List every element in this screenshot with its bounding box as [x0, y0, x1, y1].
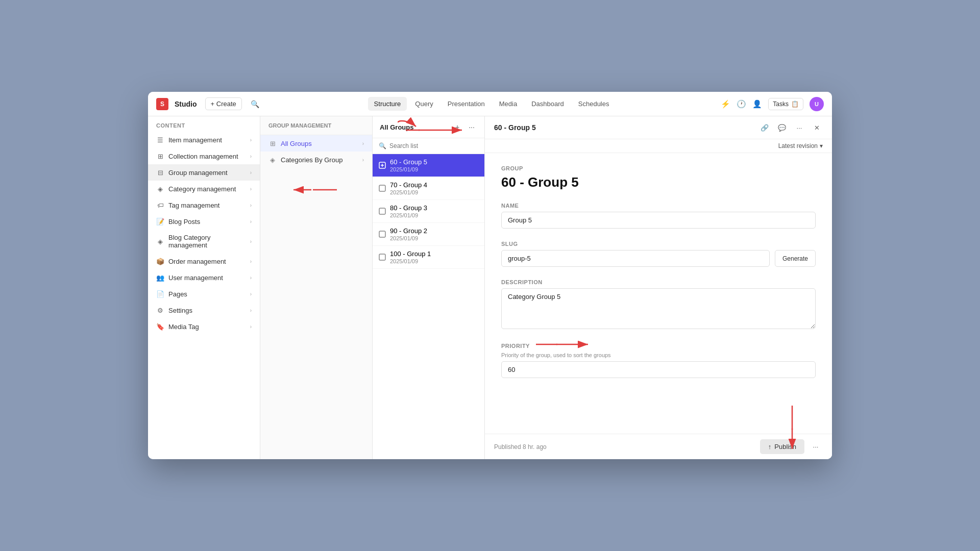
avatar[interactable]: U	[810, 97, 824, 111]
footer-more-button[interactable]: ···	[808, 440, 823, 454]
sidebar-item-tag-management[interactable]: 🏷 Tag management ›	[148, 197, 260, 213]
list-item[interactable]: 70 - Group 4 2025/01/09	[373, 177, 484, 200]
item-icon	[379, 162, 386, 169]
group-panel-item-categories-by-group[interactable]: ◈ Categories By Group ›	[260, 152, 372, 168]
chevron-icon: ›	[362, 141, 364, 146]
main-content: Content ☰ Item management › ⊞ Collection…	[148, 116, 832, 459]
sidebar-item-order-management[interactable]: 📦 Order management ›	[148, 253, 260, 269]
list-item[interactable]: 100 - Group 1 2025/01/09	[373, 246, 484, 269]
item-date: 2025/01/09	[390, 166, 478, 172]
user-icon[interactable]: 👤	[752, 99, 762, 109]
sidebar-item-blog-posts[interactable]: 📝 Blog Posts ›	[148, 213, 260, 230]
clock-icon[interactable]: 🕐	[737, 99, 746, 109]
logo-icon: S	[156, 98, 168, 110]
media-tag-icon: 🔖	[156, 322, 164, 331]
sidebar-item-pages[interactable]: 📄 Pages ›	[148, 286, 260, 302]
name-input[interactable]	[501, 212, 816, 229]
description-textarea[interactable]: Category Group 5	[501, 288, 816, 329]
group-panel-item-all-groups[interactable]: ⊞ All Groups ›	[260, 135, 372, 152]
lightning-icon[interactable]: ⚡	[721, 99, 730, 109]
detail-header-title: 60 - Group 5	[494, 123, 753, 132]
category-group-icon: ◈	[268, 156, 277, 164]
priority-input[interactable]	[501, 361, 816, 378]
list-item[interactable]: 90 - Group 2 2025/01/09	[373, 223, 484, 246]
list-icon: ☰	[156, 136, 164, 144]
sidebar-item-blog-category-management[interactable]: ◈ Blog Category management ›	[148, 230, 260, 253]
slug-field-label: Slug	[501, 241, 816, 247]
item-title: 70 - Group 4	[390, 181, 478, 189]
slug-input[interactable]	[501, 250, 770, 267]
close-icon[interactable]: ✕	[811, 121, 823, 134]
chevron-icon: ›	[250, 324, 252, 330]
item-date: 2025/01/09	[390, 189, 478, 195]
list-item[interactable]: 60 - Group 5 2025/01/09	[373, 154, 484, 177]
chevron-icon: ›	[250, 186, 252, 192]
list-search-bar: 🔍	[373, 138, 484, 154]
more-icon[interactable]: ···	[793, 121, 805, 134]
item-icon	[379, 254, 386, 261]
tasks-icon: 📋	[791, 101, 799, 108]
chevron-icon: ›	[250, 219, 252, 224]
tab-schedules[interactable]: Schedules	[572, 97, 616, 111]
revision-chevron: ▾	[820, 142, 823, 149]
svg-rect-4	[379, 254, 385, 260]
item-content: 80 - Group 3 2025/01/09	[390, 204, 478, 218]
sidebar-item-media-tag[interactable]: 🔖 Media Tag ›	[148, 318, 260, 335]
tab-structure[interactable]: Structure	[368, 97, 407, 111]
group-panel-item-label: All Groups	[281, 140, 312, 147]
search-icon: 🔍	[379, 142, 386, 149]
priority-description: Priority of the group, used to sort the …	[501, 352, 816, 358]
sidebar-item-label: Tag management	[168, 202, 219, 209]
blog-cat-icon: ◈	[156, 237, 164, 245]
order-icon: 📦	[156, 257, 164, 265]
tab-presentation[interactable]: Presentation	[442, 97, 491, 111]
sidebar-item-settings[interactable]: ⚙ Settings ›	[148, 302, 260, 318]
sidebar-item-label: User management	[168, 274, 223, 282]
name-field-label: Name	[501, 203, 816, 209]
sidebar-item-label: Blog Posts	[168, 218, 200, 226]
sidebar-item-label: Item management	[168, 136, 222, 144]
search-input[interactable]	[389, 142, 478, 149]
tasks-button[interactable]: Tasks 📋	[768, 98, 803, 110]
settings-icon: ⚙	[156, 306, 164, 314]
sidebar-item-item-management[interactable]: ☰ Item management ›	[148, 132, 260, 148]
create-button[interactable]: + Create	[205, 97, 242, 110]
link-icon[interactable]: 🔗	[758, 121, 771, 134]
sidebar-item-label: Collection management	[168, 153, 238, 160]
list-item[interactable]: 80 - Group 3 2025/01/09	[373, 200, 484, 223]
item-content: 60 - Group 5 2025/01/09	[390, 158, 478, 172]
blog-icon: 📝	[156, 217, 164, 226]
create-label: + Create	[211, 100, 236, 108]
generate-button[interactable]: Generate	[775, 250, 816, 267]
publish-label: Publish	[774, 443, 796, 450]
collection-icon: ⊞	[156, 152, 164, 160]
list-panel-title: All Groups	[380, 123, 449, 131]
item-title: 80 - Group 3	[390, 204, 478, 212]
global-search-button[interactable]: 🔍	[248, 97, 262, 111]
item-date: 2025/01/09	[390, 235, 478, 241]
detail-footer: Published 8 hr. ago ↑ Publish ···	[485, 434, 832, 459]
tab-query[interactable]: Query	[409, 97, 439, 111]
tab-dashboard[interactable]: Dashboard	[525, 97, 570, 111]
group-panel-item-label: Categories By Group	[281, 156, 342, 164]
item-date: 2025/01/09	[390, 258, 478, 264]
item-title: 100 - Group 1	[390, 250, 478, 258]
publish-icon: ↑	[768, 443, 772, 450]
group-panel-header: Group management	[260, 116, 372, 135]
sidebar-item-group-management[interactable]: ⊟ Group management ›	[148, 164, 260, 181]
list-more-button[interactable]: ···	[466, 121, 477, 133]
tag-icon: 🏷	[156, 201, 164, 209]
detail-revision[interactable]: Latest revision ▾	[485, 139, 832, 153]
group-big-title: 60 - Group 5	[501, 174, 816, 190]
publish-button[interactable]: ↑ Publish	[760, 439, 804, 454]
add-group-button[interactable]: +	[452, 121, 463, 133]
sidebar-item-category-management[interactable]: ◈ Category management ›	[148, 181, 260, 197]
sidebar-item-collection-management[interactable]: ⊞ Collection management ›	[148, 148, 260, 164]
tab-media[interactable]: Media	[493, 97, 523, 111]
item-icon	[379, 185, 386, 192]
sidebar-item-user-management[interactable]: 👥 User management ›	[148, 269, 260, 286]
sidebar-section-title: Content	[148, 116, 260, 132]
item-icon	[379, 208, 386, 215]
chevron-icon: ›	[250, 203, 252, 208]
comment-icon[interactable]: 💬	[776, 121, 788, 134]
